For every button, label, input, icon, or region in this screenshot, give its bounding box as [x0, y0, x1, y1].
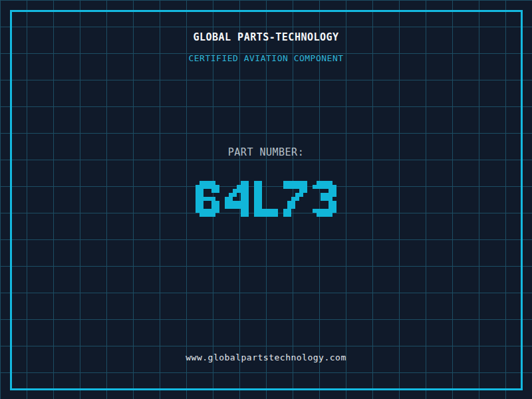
website-url: www.globalpartstechnology.com	[0, 353, 532, 362]
part-number-digit	[196, 181, 219, 217]
certificate-screen: GLOBAL PARTS-TECHNOLOGY CERTIFIED AVIATI…	[0, 0, 532, 399]
part-number-digit	[313, 181, 336, 217]
part-number-digit	[283, 181, 307, 217]
part-number-digit	[254, 181, 278, 217]
part-number-value	[0, 181, 532, 217]
brand-title: GLOBAL PARTS-TECHNOLOGY	[0, 33, 532, 43]
part-number-digit	[225, 181, 249, 217]
brand-subtitle: CERTIFIED AVIATION COMPONENT	[0, 54, 532, 63]
part-number-label: PART NUMBER:	[0, 148, 532, 158]
